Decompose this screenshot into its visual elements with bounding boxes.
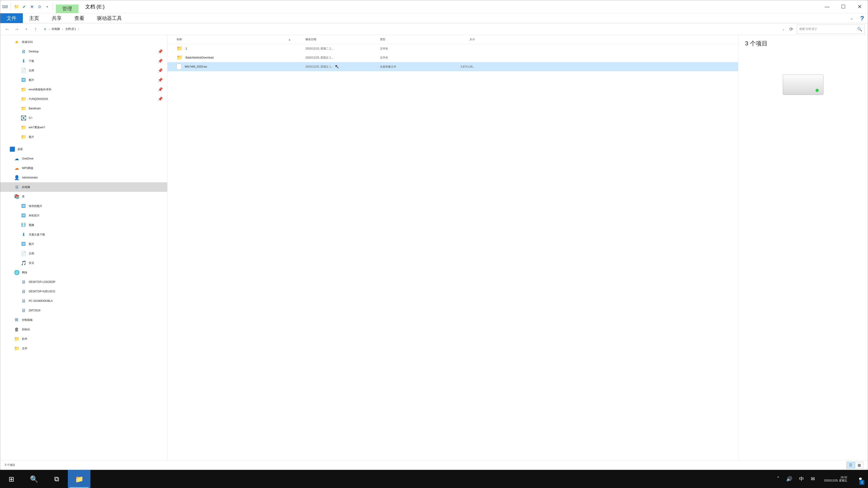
tree-network-pc1[interactable]: 🖥DESKTOP-LSSOEDP	[0, 277, 167, 287]
view-tab[interactable]: 查看	[68, 13, 91, 23]
file-rows[interactable]: ↖ 📁12020/12/15, 星期二 1...文件夹📁BaiduNetdisk…	[167, 44, 738, 460]
icons-view-button[interactable]: ▦	[855, 462, 863, 468]
chevron-right-icon[interactable]: ›	[77, 28, 81, 31]
status-item-count: 3 个项目	[5, 463, 15, 467]
search-input[interactable]: 搜索"文档 (E:)" 🔍	[797, 25, 865, 34]
window-controls: — ☐ ✕	[819, 0, 868, 13]
pictures-icon: 🖼	[21, 203, 26, 209]
details-view-button[interactable]: ☰	[846, 462, 855, 468]
check-icon[interactable]: ✔	[21, 3, 28, 10]
navigation-tree[interactable]: ★快速访问 🖥Desktop📌 ⬇下载📌 📄文档📌 🖼图片📌 📁excel表格制…	[0, 35, 167, 460]
tree-this-pc[interactable]: 🖥此电脑	[0, 182, 167, 192]
drive-icon	[783, 74, 824, 95]
file-row[interactable]: Win7x64_2020.iso2020/12/25, 星期五 1...光盘映像…	[167, 62, 738, 71]
drive-tools-tab[interactable]: 驱动器工具	[91, 13, 128, 23]
column-type[interactable]: 类型	[380, 37, 443, 41]
tray-overflow-icon[interactable]: ˄	[775, 470, 781, 488]
pictures-icon: 🖼	[21, 77, 26, 83]
share-tab[interactable]: 共享	[45, 13, 68, 23]
tree-tianyi[interactable]: ⬇天翼云盘下载	[0, 230, 167, 239]
breadcrumb-root[interactable]: 此电脑	[52, 27, 60, 31]
settings-icon[interactable]: ⚙	[36, 3, 43, 10]
tree-onedrive[interactable]: ☁OneDrive	[0, 154, 167, 163]
chevron-right-icon[interactable]: ›	[61, 28, 64, 31]
minimize-button[interactable]: —	[819, 0, 835, 13]
column-date[interactable]: 修改日期	[305, 37, 380, 41]
tree-win7reinstall[interactable]: 📁win7重装win7	[0, 123, 167, 132]
tree-software[interactable]: 📁软件	[0, 334, 167, 344]
tree-camera-roll[interactable]: 🖼本机照片	[0, 211, 167, 220]
tree-pictures[interactable]: 🖼图片📌	[0, 75, 167, 85]
refresh-icon[interactable]: ⟳	[787, 26, 795, 32]
tree-documents[interactable]: 📄文档📌	[0, 66, 167, 75]
pc-icon: 🖥	[21, 289, 26, 294]
library-icon: 📚	[14, 194, 20, 199]
volume-icon[interactable]: 🔊	[784, 470, 794, 488]
column-name[interactable]: 名称▲	[177, 37, 305, 41]
manage-context-tab[interactable]: 管理	[56, 4, 79, 13]
ime-indicator[interactable]: 中	[797, 470, 806, 488]
onedrive-icon: ☁	[14, 156, 20, 162]
maximize-button[interactable]: ☐	[835, 0, 851, 13]
column-size[interactable]: 大小	[443, 37, 479, 41]
tree-videos[interactable]: 🎞视频	[0, 220, 167, 230]
app-icon[interactable]: ⌨	[2, 3, 8, 10]
tree-desktop[interactable]: 🖥Desktop📌	[0, 47, 167, 56]
clock[interactable]: 16:32 2020/12/25, 星期五	[820, 476, 851, 482]
forward-button[interactable]: →	[13, 25, 21, 33]
tree-excel[interactable]: 📁excel表格制作求和📌	[0, 85, 167, 94]
tree-network-pc3[interactable]: 🖥PC-20190530OBLA	[0, 296, 167, 306]
start-button[interactable]: ⊞	[0, 470, 23, 488]
search-button[interactable]: 🔍	[23, 470, 45, 488]
tree-wps[interactable]: ☁WPS网盘	[0, 163, 167, 173]
explorer-taskbar-button[interactable]: 📁	[68, 470, 90, 488]
tree-lib-documents[interactable]: 📄文档	[0, 249, 167, 258]
desktop-icon: 🟦	[9, 146, 15, 152]
search-placeholder: 搜索"文档 (E:)"	[799, 27, 817, 31]
help-icon[interactable]: ?	[857, 13, 868, 23]
task-view-button[interactable]: ⧉	[45, 470, 68, 488]
tree-network-pc4[interactable]: 🖥ZMT2019	[0, 306, 167, 315]
tree-desktop-group[interactable]: 🟦桌面	[0, 144, 167, 154]
tree-music[interactable]: 🎵音乐	[0, 258, 167, 268]
home-tab[interactable]: 主页	[23, 13, 45, 23]
up-button[interactable]: ↑	[32, 25, 39, 33]
tree-gdrive[interactable]: 💽G:\	[0, 113, 167, 123]
tree-network-pc2[interactable]: 🖥DESKTOP-NJEU3CG	[0, 287, 167, 296]
tree-yunqishi[interactable]: 📁YUNQISHI2019📌	[0, 94, 167, 104]
tree-bandicam[interactable]: 📁Bandicam	[0, 104, 167, 113]
tree-recycle[interactable]: 🗑回收站	[0, 325, 167, 334]
tree-network[interactable]: 🌐网络	[0, 268, 167, 277]
folder-icon: 📁	[21, 134, 26, 140]
breadcrumb-pc-icon: 🖥	[43, 28, 46, 31]
tray-app-icon[interactable]: ✉	[809, 470, 817, 488]
recent-dropdown-icon[interactable]: ▾	[22, 25, 30, 33]
back-button[interactable]: ←	[3, 25, 11, 33]
breadcrumb[interactable]: 🖥 › 此电脑 › 文档 (E:) ›	[41, 25, 83, 34]
tree-files[interactable]: 📁文件	[0, 344, 167, 353]
tree-downloads[interactable]: ⬇下载📌	[0, 56, 167, 66]
tree-pictures2[interactable]: 📁图片	[0, 132, 167, 142]
action-center-button[interactable]: 💬 3	[855, 470, 866, 488]
close-file-icon[interactable]: ✕	[29, 3, 35, 10]
clock-date: 2020/12/25, 星期五	[824, 479, 847, 482]
tree-admin[interactable]: 👤Administrator	[0, 173, 167, 182]
file-row[interactable]: 📁12020/12/15, 星期二 1...文件夹	[167, 44, 738, 53]
chevron-right-icon[interactable]: ›	[47, 28, 51, 31]
file-row[interactable]: 📁BaiduNetdiskDownload2020/12/25, 星期五 1..…	[167, 53, 738, 62]
ribbon-expand-icon[interactable]: ⌄	[846, 13, 857, 23]
folder-icon[interactable]: 📁	[13, 3, 20, 10]
close-button[interactable]: ✕	[851, 0, 868, 13]
system-tray: ˄ 🔊 中 ✉ 16:32 2020/12/25, 星期五 💬 3	[775, 470, 868, 488]
tree-control-panel[interactable]: 🛠控制面板	[0, 315, 167, 325]
tree-saved-pics[interactable]: 🖼保存的图片	[0, 201, 167, 211]
tree-libraries[interactable]: 📚库	[0, 192, 167, 201]
breadcrumb-current[interactable]: 文档 (E:)	[65, 27, 76, 31]
file-tab[interactable]: 文件	[0, 13, 23, 23]
tree-quick-access[interactable]: ★快速访问	[0, 37, 167, 47]
address-dropdown-icon[interactable]: ⌄	[780, 27, 786, 31]
tree-lib-pictures[interactable]: 🖼图片	[0, 239, 167, 249]
search-icon[interactable]: 🔍	[857, 27, 862, 32]
video-icon: 🎞	[21, 222, 26, 228]
qat-dropdown-icon[interactable]: ▾	[44, 3, 51, 10]
